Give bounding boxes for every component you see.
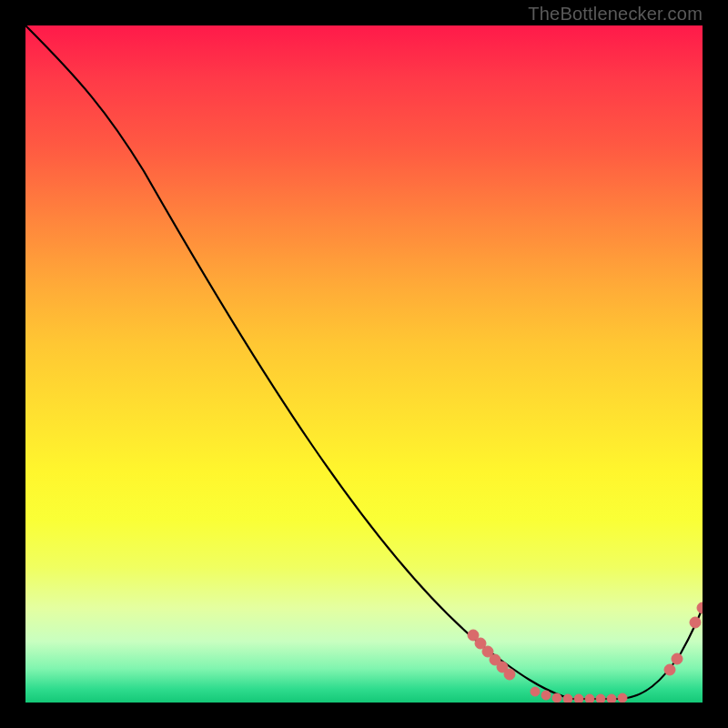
data-point: [697, 602, 703, 613]
data-point: [563, 694, 572, 703]
data-point: [664, 664, 675, 675]
chart-container: TheBottlenecker.com: [0, 0, 728, 728]
data-point: [552, 693, 561, 703]
data-point: [672, 653, 682, 664]
data-point: [574, 694, 583, 703]
curve-svg: [25, 25, 703, 703]
data-point: [618, 693, 627, 703]
data-point: [531, 687, 540, 696]
data-point: [541, 691, 551, 700]
data-points: [468, 602, 703, 703]
plot-area: [25, 25, 703, 703]
data-point: [690, 617, 701, 628]
watermark-text: TheBottlenecker.com: [528, 4, 703, 25]
bottleneck-line: [25, 25, 703, 699]
data-point: [504, 669, 515, 680]
data-point: [607, 694, 616, 703]
data-point: [596, 694, 605, 703]
data-point: [585, 694, 594, 703]
